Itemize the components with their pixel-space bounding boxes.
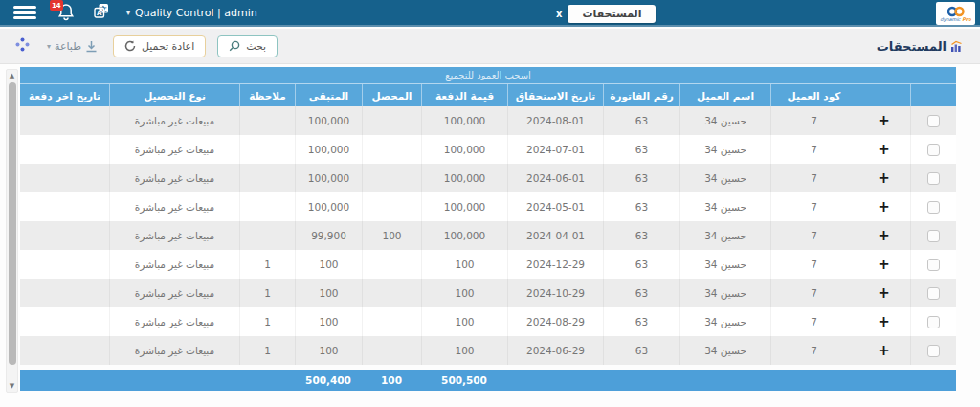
print-label: طباعة (55, 40, 81, 53)
search-label: بحث (246, 40, 266, 53)
remaining-cell: 100 (295, 279, 362, 307)
last-payment-date-cell (20, 279, 109, 307)
collection-type-cell: مبيعات غير مباشرة (109, 106, 239, 135)
payment-value-cell: 100,000 (421, 221, 507, 250)
total-payment-value: 500,500 (421, 370, 507, 391)
row-checkbox[interactable] (927, 144, 940, 156)
invoice-no-cell: 63 (603, 279, 679, 307)
header-due-date[interactable]: تاريخ الاستحقاق (507, 84, 603, 106)
header-invoice-no[interactable]: رقم الفاتورة (603, 84, 679, 106)
expand-plus-button[interactable]: + (878, 229, 890, 243)
user-menu[interactable]: ▾ Quality Control | admin (126, 7, 257, 19)
row-checkbox-cell (910, 192, 956, 221)
collected-cell (362, 279, 421, 307)
expand-plus-button[interactable]: + (878, 200, 890, 215)
expand-plus-button[interactable]: + (878, 171, 890, 186)
client-name-cell: حسين 34 (679, 250, 770, 279)
header-last-payment-date[interactable]: تاريخ اخر دفعة (20, 84, 109, 106)
due-date-cell: 2024-08-29 (507, 307, 603, 336)
search-icon (229, 40, 240, 52)
row-checkbox[interactable] (927, 172, 940, 185)
chart-icon (950, 40, 963, 53)
header-client-code[interactable]: كود العميل (770, 84, 857, 106)
payment-value-cell: 100 (421, 250, 507, 279)
vertical-scrollbar[interactable]: ▲ ▼ (6, 69, 18, 393)
table-row: + 7 حسين 34 63 2024-06-01 100,000 100,00… (20, 164, 956, 192)
expand-plus-button[interactable]: + (878, 258, 890, 272)
group-by-bar[interactable]: اسحب العمود للتجميع (20, 67, 956, 84)
client-code-cell: 7 (770, 164, 857, 192)
row-checkbox[interactable] (927, 316, 940, 328)
invoice-no-cell: 63 (603, 164, 679, 192)
row-checkbox[interactable] (927, 287, 940, 300)
scroll-down-icon[interactable]: ▼ (7, 381, 17, 391)
expand-plus-button[interactable]: + (878, 315, 890, 329)
header-collected[interactable]: المحصل (362, 84, 421, 106)
expand-plus-button[interactable]: + (878, 344, 890, 358)
client-code-cell: 7 (770, 250, 857, 279)
invoice-no-cell: 63 (603, 221, 679, 250)
tab-close-icon[interactable]: x (556, 10, 562, 19)
due-date-cell: 2024-07-01 (507, 135, 603, 164)
scroll-up-icon[interactable]: ▲ (7, 71, 17, 80)
row-checkbox[interactable] (927, 230, 940, 242)
menu-icon[interactable] (13, 6, 36, 19)
page-title: المستحقات (877, 29, 963, 64)
row-checkbox[interactable] (927, 259, 940, 271)
search-button[interactable]: بحث (217, 35, 278, 57)
row-checkbox[interactable] (927, 345, 940, 357)
reload-label: اعادة تحميل (142, 40, 194, 53)
logo-text: dynamic Pro (940, 17, 971, 22)
tab-receivables[interactable]: المستحقات (568, 5, 656, 23)
note-cell (239, 135, 295, 164)
remaining-cell: 100,000 (295, 164, 362, 192)
header-collection-type[interactable]: نوع التحصيل (109, 84, 239, 106)
table-row: + 7 حسين 34 63 2024-07-01 100,000 100,00… (20, 135, 956, 164)
header-note[interactable]: ملاحظة (239, 84, 295, 106)
collected-cell (362, 192, 421, 221)
collection-type-cell: مبيعات غير مباشرة (109, 307, 239, 336)
invoice-no-cell: 63 (603, 250, 679, 279)
header-payment-value[interactable]: قيمة الدفعة (421, 84, 507, 106)
collected-cell (362, 250, 421, 279)
notification-badge: 14 (50, 0, 63, 11)
client-name-cell: حسين 34 (679, 307, 770, 336)
remaining-cell: 100,000 (295, 192, 362, 221)
refresh-icon (124, 40, 136, 52)
client-name-cell: حسين 34 (679, 279, 770, 307)
client-code-cell: 7 (770, 106, 857, 135)
note-cell: 1 (239, 336, 295, 365)
payment-value-cell: 100,000 (421, 135, 507, 164)
collection-type-cell: مبيعات غير مباشرة (109, 221, 239, 250)
row-checkbox[interactable] (927, 201, 940, 214)
collected-cell (362, 307, 421, 336)
header-remaining[interactable]: المتبقي (295, 84, 362, 106)
table-row: + 7 حسين 34 63 2024-12-29 100 100 1 مبيع… (20, 250, 956, 279)
collected-cell (362, 135, 421, 164)
print-button[interactable]: ▾ طباعة (47, 40, 98, 53)
row-checkbox[interactable] (927, 115, 940, 127)
due-date-cell: 2024-06-01 (507, 164, 603, 192)
last-payment-date-cell (20, 192, 109, 221)
user-menu-label: Quality Control | admin (135, 7, 257, 19)
language-icon[interactable]: 文 A (94, 3, 109, 22)
scrollbar-thumb[interactable] (9, 82, 16, 365)
note-cell (239, 221, 295, 250)
reload-button[interactable]: اعادة تحميل (113, 35, 206, 57)
invoice-no-cell: 63 (603, 106, 679, 135)
header-client-name[interactable]: اسم العميل (679, 84, 770, 106)
expand-plus-button[interactable]: + (878, 114, 890, 128)
client-code-cell: 7 (770, 135, 857, 164)
chevron-down-icon: ▾ (47, 42, 51, 51)
expand-plus-button[interactable]: + (878, 286, 890, 301)
group-hint: اسحب العمود للتجميع (445, 70, 531, 80)
collection-type-cell: مبيعات غير مباشرة (109, 336, 239, 365)
notifications-bell[interactable]: 14 (57, 3, 77, 22)
header-checkbox (910, 84, 956, 106)
move-handle-icon[interactable] (15, 37, 30, 56)
app-logo[interactable]: dynamic Pro (936, 2, 975, 25)
client-code-cell: 7 (770, 307, 857, 336)
expand-plus-button[interactable]: + (878, 143, 890, 157)
collected-cell (362, 336, 421, 365)
last-payment-date-cell (20, 221, 109, 250)
